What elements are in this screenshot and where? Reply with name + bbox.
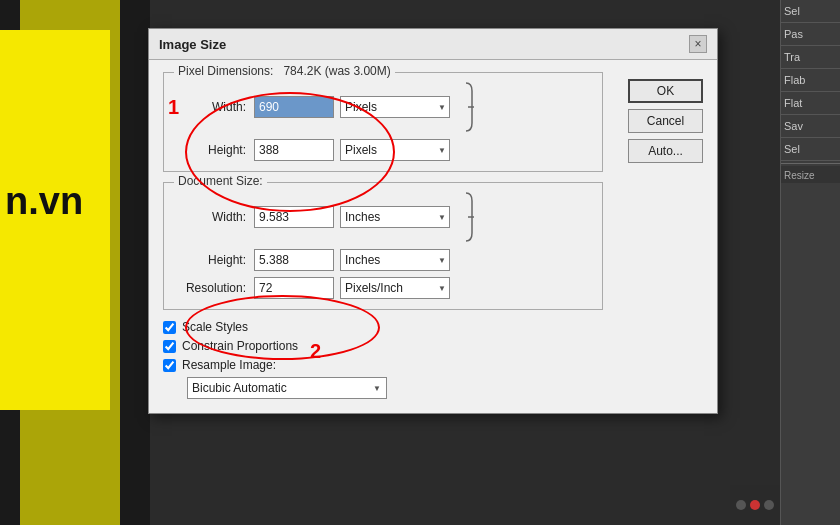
- ok-button[interactable]: OK: [628, 79, 703, 103]
- pixel-dimensions-label: Pixel Dimensions: 784.2K (was 3.00M): [174, 64, 395, 78]
- pixel-height-row: Height: Pixels Percent: [174, 139, 592, 161]
- right-panel-item-pas[interactable]: Pas: [781, 23, 840, 46]
- resolution-unit-select[interactable]: Pixels/Inch Pixels/cm: [340, 277, 450, 299]
- doc-width-unit-select[interactable]: Inches cm mm: [340, 206, 450, 228]
- bottom-controls: [730, 485, 780, 525]
- right-panel-item-flab[interactable]: Flab: [781, 69, 840, 92]
- chain-link-doc: [458, 191, 474, 243]
- pixel-width-input[interactable]: [254, 96, 334, 118]
- auto-button[interactable]: Auto...: [628, 139, 703, 163]
- doc-width-label: Width:: [174, 210, 254, 224]
- pixel-width-unit-wrapper[interactable]: Pixels Percent: [340, 96, 450, 118]
- right-panel: Sel Pas Tra Flab Flat Sav Sel Resize: [780, 0, 840, 525]
- doc-height-row: Height: Inches cm mm: [174, 249, 592, 271]
- resample-method-select[interactable]: Bicubic Automatic Bicubic Bicubic Smooth…: [187, 377, 387, 399]
- dialog-title: Image Size: [159, 37, 226, 52]
- right-panel-item-tra[interactable]: Tra: [781, 46, 840, 69]
- doc-width-input[interactable]: [254, 206, 334, 228]
- pixel-width-row: Width: Pixels Percent: [174, 81, 592, 133]
- resample-select-wrapper[interactable]: Bicubic Automatic Bicubic Bicubic Smooth…: [187, 377, 387, 399]
- right-panel-item-flat[interactable]: Flat: [781, 92, 840, 115]
- dialog-titlebar: Image Size ×: [149, 29, 717, 60]
- ctrl-dot-3: [764, 500, 774, 510]
- doc-height-label: Height:: [174, 253, 254, 267]
- pixel-dimensions-group: Pixel Dimensions: 784.2K (was 3.00M) Wid…: [163, 72, 603, 172]
- pixel-height-input[interactable]: [254, 139, 334, 161]
- document-size-label: Document Size:: [174, 174, 267, 188]
- cancel-button[interactable]: Cancel: [628, 109, 703, 133]
- resolution-row: Resolution: Pixels/Inch Pixels/cm: [174, 277, 592, 299]
- scale-styles-row: Scale Styles: [163, 320, 703, 334]
- ctrl-dot-record: [750, 500, 760, 510]
- pixel-height-unit-select[interactable]: Pixels Percent: [340, 139, 450, 161]
- pixel-height-label: Height:: [174, 143, 254, 157]
- constrain-proportions-label: Constrain Proportions: [182, 339, 298, 353]
- resolution-label: Resolution:: [174, 281, 254, 295]
- document-size-group: Document Size: Width: Inches cm mm: [163, 182, 603, 310]
- constrain-proportions-checkbox[interactable]: [163, 340, 176, 353]
- buttons-column: OK Cancel Auto...: [628, 79, 703, 163]
- resample-image-label: Resample Image:: [182, 358, 276, 372]
- pixel-height-unit-wrapper[interactable]: Pixels Percent: [340, 139, 450, 161]
- canvas-background: [0, 0, 145, 525]
- resample-select-row: Bicubic Automatic Bicubic Bicubic Smooth…: [187, 377, 703, 399]
- right-panel-item-sav[interactable]: Sav: [781, 115, 840, 138]
- pixel-width-label: Width:: [174, 100, 254, 114]
- doc-height-unit-wrapper[interactable]: Inches cm mm: [340, 249, 450, 271]
- resample-image-checkbox[interactable]: [163, 359, 176, 372]
- constrain-proportions-row: Constrain Proportions: [163, 339, 703, 353]
- right-panel-divider: [781, 163, 840, 164]
- right-panel-item-sel2[interactable]: Sel: [781, 138, 840, 161]
- ctrl-dot-1: [736, 500, 746, 510]
- pixel-dimensions-info: 784.2K (was 3.00M): [283, 64, 390, 78]
- scale-styles-checkbox[interactable]: [163, 321, 176, 334]
- doc-width-row: Width: Inches cm mm: [174, 191, 592, 243]
- right-panel-item-sel[interactable]: Sel: [781, 0, 840, 23]
- image-size-dialog: Image Size × Pixel Dimensions: 784.2K (w…: [148, 28, 718, 414]
- doc-height-unit-select[interactable]: Inches cm mm: [340, 249, 450, 271]
- resolution-unit-wrapper[interactable]: Pixels/Inch Pixels/cm: [340, 277, 450, 299]
- chain-link-pixel: [458, 81, 474, 133]
- pixel-width-unit-select[interactable]: Pixels Percent: [340, 96, 450, 118]
- scale-styles-label: Scale Styles: [182, 320, 248, 334]
- resample-row: Resample Image:: [163, 358, 703, 372]
- resize-label: Resize: [781, 166, 840, 183]
- close-button[interactable]: ×: [689, 35, 707, 53]
- resolution-input[interactable]: [254, 277, 334, 299]
- doc-width-unit-wrapper[interactable]: Inches cm mm: [340, 206, 450, 228]
- canvas-text: n.vn: [5, 180, 83, 223]
- doc-height-input[interactable]: [254, 249, 334, 271]
